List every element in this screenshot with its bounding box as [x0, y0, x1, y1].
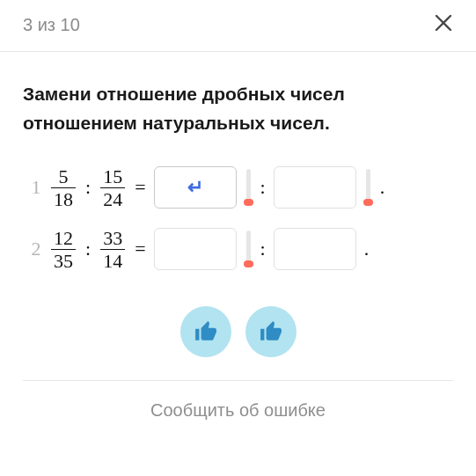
fraction: 5 18: [51, 166, 76, 209]
progress-text: 3 из 10: [23, 15, 80, 35]
fraction-numerator: 5: [56, 166, 71, 187]
report-error-link[interactable]: Сообщить об ошибке: [23, 381, 453, 440]
fraction-denominator: 14: [100, 249, 125, 271]
ratio-colon: :: [260, 176, 266, 199]
fraction: 33 14: [100, 228, 125, 271]
answer-input-2a[interactable]: [154, 228, 237, 270]
equals-sign: =: [135, 176, 145, 199]
prompt-text: Замени отношение дробных чисел отношение…: [23, 80, 453, 137]
fraction-denominator: 35: [51, 249, 76, 271]
fraction-numerator: 33: [100, 228, 125, 249]
fraction-numerator: 15: [100, 166, 125, 187]
ratio-colon: :: [260, 238, 266, 260]
enter-icon: ↵: [187, 176, 203, 199]
slider[interactable]: [363, 169, 372, 206]
content: Замени отношение дробных чисел отношение…: [0, 52, 476, 440]
answer-input-1b[interactable]: [274, 166, 356, 209]
problem-row: 2 12 35 : 33 14 = : .: [25, 222, 453, 276]
top-bar: 3 из 10: [0, 0, 476, 52]
slider[interactable]: [244, 231, 253, 267]
fraction: 15 24: [100, 166, 125, 209]
fraction-denominator: 24: [100, 187, 125, 209]
thumbs-up-button[interactable]: [245, 306, 297, 357]
fraction-denominator: 18: [51, 187, 76, 209]
fraction: 12 35: [51, 228, 76, 271]
answer-input-1a[interactable]: ↵: [154, 166, 237, 209]
row-number: 2: [25, 238, 48, 260]
thumbs-up-icon: [260, 320, 282, 343]
row-number: 1: [25, 176, 48, 199]
ratio-colon: :: [85, 176, 91, 199]
close-icon[interactable]: [434, 12, 453, 37]
answer-input-2b[interactable]: [274, 228, 356, 270]
problem-row: 1 5 18 : 15 24 = ↵ : .: [25, 160, 453, 215]
feedback-bar: [23, 306, 453, 381]
problems-list: 1 5 18 : 15 24 = ↵ : . 2 12 35: [23, 160, 453, 276]
slider[interactable]: [244, 169, 253, 206]
fraction-numerator: 12: [51, 228, 76, 249]
period: .: [380, 176, 385, 199]
period: .: [364, 238, 370, 260]
thumbs-down-button[interactable]: [180, 306, 231, 357]
ratio-colon: :: [85, 238, 91, 260]
thumbs-down-icon: [194, 320, 217, 343]
equals-sign: =: [135, 238, 145, 260]
